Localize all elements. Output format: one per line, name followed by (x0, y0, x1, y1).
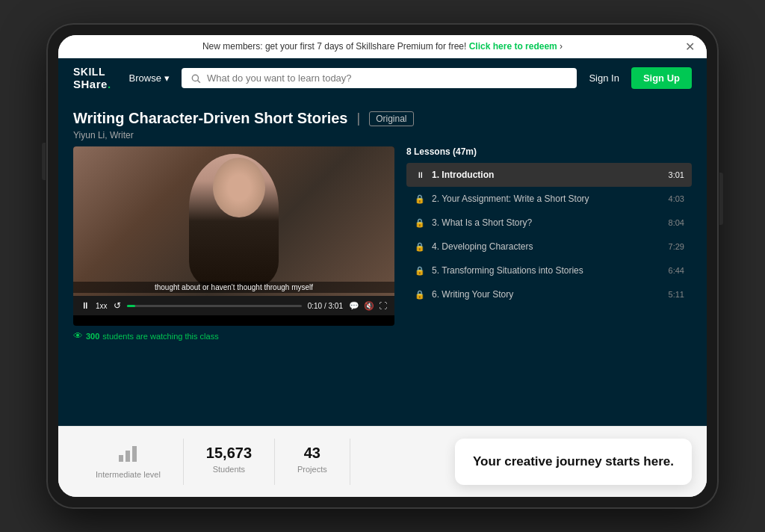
audio-icon[interactable]: 🔇 (364, 301, 374, 311)
students-value: 15,673 (206, 445, 252, 462)
lesson-name: 1. Introduction (432, 170, 663, 180)
tablet-screen: New members: get your first 7 days of Sk… (58, 35, 707, 497)
lesson-duration: 3:01 (669, 170, 684, 179)
lesson-duration: 6:44 (669, 266, 684, 275)
lesson-name: 4. Developing Characters (432, 241, 663, 252)
video-container: thought about or haven't thought through… (73, 146, 394, 418)
skillshare-logo: SKILL SHare. (73, 66, 111, 90)
lesson-item[interactable]: 🔒4. Developing Characters7:29 (406, 235, 692, 259)
banner-text: New members: get your first 7 days of Sk… (202, 41, 466, 52)
fullscreen-icon[interactable]: ⛶ (379, 301, 387, 311)
student-count: 300 (86, 332, 99, 341)
logo-line2-rest: are. (90, 78, 111, 90)
captions-icon[interactable]: 💬 (349, 301, 359, 311)
projects-value: 43 (304, 445, 320, 462)
video-extra-controls: 💬 🔇 ⛶ (349, 301, 387, 311)
video-time: 0:10 / 3:01 (308, 302, 343, 310)
rewind-button[interactable]: ↺ (114, 300, 121, 311)
projects-label: Projects (297, 465, 327, 474)
lesson-name: 6. Writing Your Story (432, 289, 663, 300)
lock-icon: 🔒 (414, 290, 426, 300)
lesson-duration: 5:11 (669, 290, 684, 299)
lesson-item[interactable]: 🔒2. Your Assignment: Write a Short Story… (406, 187, 692, 211)
progress-fill (127, 305, 136, 307)
browse-menu[interactable]: Browse ▾ (129, 72, 170, 84)
lesson-duration: 7:29 (669, 242, 684, 251)
stat-level: Intermediate level (73, 439, 184, 485)
logo-line2: SHare. (73, 78, 111, 90)
watching-text: students are watching this class (102, 332, 218, 341)
eye-icon: 👁 (73, 330, 83, 341)
sign-up-button[interactable]: Sign Up (631, 67, 692, 89)
lesson-item[interactable]: 🔒5. Transforming Situations into Stories… (406, 259, 692, 282)
progress-bar[interactable] (127, 305, 302, 307)
lesson-item[interactable]: 🔒6. Writing Your Story5:11 (406, 282, 692, 306)
video-thumbnail: thought about or haven't thought through… (73, 146, 394, 296)
svg-line-1 (198, 80, 200, 82)
cta-text: Your creative journey starts here. (473, 454, 674, 470)
close-icon[interactable]: ✕ (685, 40, 695, 54)
browse-label: Browse (129, 72, 161, 84)
lesson-name: 2. Your Assignment: Write a Short Story (432, 194, 663, 204)
playback-speed[interactable]: 1xx (96, 302, 108, 310)
tablet-frame: New members: get your first 7 days of Sk… (46, 23, 719, 509)
chevron-down-icon: ▾ (164, 72, 170, 84)
svg-rect-2 (119, 455, 123, 462)
sign-in-button[interactable]: Sign In (589, 72, 619, 84)
banner-arrow: › (560, 41, 563, 52)
search-input[interactable] (207, 72, 569, 84)
course-title-row: Writing Character-Driven Short Stories |… (73, 110, 692, 127)
course-header: Writing Character-Driven Short Stories |… (58, 98, 707, 146)
original-badge: Original (369, 111, 413, 126)
lock-icon: 🔒 (414, 266, 426, 276)
promo-banner: New members: get your first 7 days of Sk… (58, 35, 707, 58)
video-subtitle: thought about or haven't thought through… (73, 282, 394, 293)
logo-line1: SKILL (73, 66, 111, 78)
lesson-name: 5. Transforming Situations into Stories (432, 265, 663, 276)
stat-projects: 43 Projects (275, 439, 350, 485)
lesson-duration: 8:04 (669, 218, 684, 227)
level-label: Intermediate level (96, 470, 161, 479)
course-title: Writing Character-Driven Short Stories (73, 110, 347, 127)
pipe-divider: | (356, 111, 360, 126)
video-player[interactable]: thought about or haven't thought through… (73, 146, 394, 326)
lock-icon: 🔒 (414, 242, 426, 252)
svg-rect-3 (126, 451, 130, 462)
pause-icon: ⏸ (414, 170, 426, 179)
lesson-list: ⏸1. Introduction3:01🔒2. Your Assignment:… (406, 163, 692, 418)
lesson-item[interactable]: ⏸1. Introduction3:01 (406, 163, 692, 187)
lesson-duration: 4:03 (669, 194, 684, 203)
stat-students: 15,673 Students (184, 439, 275, 485)
bottom-stats: Intermediate level 15,673 Students 43 Pr… (58, 426, 707, 497)
video-controls: ⏸ 1xx ↺ 0:10 / 3:01 (73, 296, 394, 315)
svg-rect-4 (132, 446, 137, 462)
level-icon (117, 445, 138, 467)
students-label: Students (213, 465, 245, 474)
students-watching: 👁 300 students are watching this class (73, 330, 394, 341)
lesson-item[interactable]: 🔒3. What Is a Short Story?8:04 (406, 211, 692, 235)
play-pause-button[interactable]: ⏸ (81, 300, 90, 311)
lock-icon: 🔒 (414, 218, 426, 228)
banner-link[interactable]: Click here to redeem (469, 41, 557, 52)
lessons-header: 8 Lessons (47m) (406, 146, 692, 157)
course-author: Yiyun Li, Writer (73, 130, 692, 140)
course-body: thought about or haven't thought through… (58, 146, 707, 426)
main-content: Writing Character-Driven Short Stories |… (58, 98, 707, 426)
lesson-name: 3. What Is a Short Story? (432, 217, 663, 228)
search-icon (191, 73, 201, 84)
header: SKILL SHare. Browse ▾ Sign In Sign Up (58, 58, 707, 98)
search-bar[interactable] (182, 68, 577, 88)
lessons-panel: 8 Lessons (47m) ⏸1. Introduction3:01🔒2. … (406, 146, 692, 418)
cta-card: Your creative journey starts here. (455, 439, 692, 485)
lock-icon: 🔒 (414, 194, 426, 204)
svg-point-0 (192, 75, 198, 81)
